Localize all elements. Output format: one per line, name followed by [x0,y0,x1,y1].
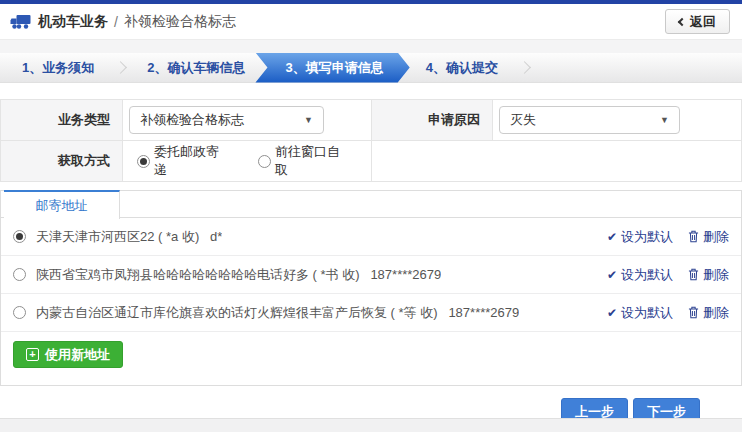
radio-label: 前往窗口自取 [275,143,343,179]
business-type-label: 业务类型 [1,100,123,141]
radio-checked-icon[interactable] [13,230,26,243]
radio-unchecked-icon[interactable] [13,268,26,281]
business-type-cell: 补领检验合格标志 ▼ [123,100,372,141]
breadcrumb-page-title: 补领检验合格标志 [124,13,236,31]
address-tab-row: 邮寄地址 [1,190,741,218]
address-text: 陕西省宝鸡市凤翔县哈哈哈哈哈哈哈哈电话好多 ( *书 收) 187****267… [36,266,441,284]
back-button[interactable]: 返回 [665,9,730,34]
bottom-strip [0,418,742,432]
apply-reason-select[interactable]: 灭失 ▼ [499,106,680,134]
radio-unchecked-icon [258,155,271,168]
new-address-row: + 使用新地址 [1,332,741,385]
chevron-down-icon: ▼ [304,115,313,125]
chevron-left-icon [678,17,686,25]
address-actions: ✔ 设为默认 删除 [607,228,729,246]
set-default-label: 设为默认 [621,228,673,246]
delete-label: 删除 [703,228,729,246]
address-text: 内蒙古自治区通辽市库伦旗喜欢的话灯火辉煌很丰富产后恢复 ( *等 收) 187*… [36,304,519,322]
steps-bar: 1、业务须知 2、确认车辆信息 3、填写申请信息 4、确认提交 [0,53,742,83]
delete-label: 删除 [703,304,729,322]
delete-link[interactable]: 删除 [688,228,729,246]
tab-mailing-address[interactable]: 邮寄地址 [4,190,120,219]
address-actions: ✔ 设为默认 删除 [607,266,729,284]
use-new-address-button[interactable]: + 使用新地址 [13,341,123,368]
plus-icon: + [26,348,39,361]
set-default-label: 设为默认 [621,304,673,322]
radio-checked-icon [137,155,150,168]
step-4-confirm-submit[interactable]: 4、确认提交 [406,53,518,83]
chevron-down-icon: ▼ [660,115,669,125]
address-row-1[interactable]: 天津天津市河西区22 ( *a 收) d* ✔ 设为默认 删除 [1,218,741,256]
trash-icon [688,306,699,319]
back-button-label: 返回 [690,13,716,31]
check-icon: ✔ [607,268,617,282]
check-icon: ✔ [607,306,617,320]
address-row-3[interactable]: 内蒙古自治区通辽市库伦旗喜欢的话灯火辉煌很丰富产后恢复 ( *等 收) 187*… [1,294,741,332]
radio-label: 委托邮政寄递 [154,143,222,179]
radio-window-pickup[interactable]: 前往窗口自取 [258,143,343,179]
apply-reason-label: 申请原因 [372,100,493,141]
business-type-select[interactable]: 补领检验合格标志 ▼ [129,106,324,134]
business-type-value: 补领检验合格标志 [140,111,244,129]
address-actions: ✔ 设为默认 删除 [607,304,729,322]
check-icon: ✔ [607,230,617,244]
radio-postal-delivery[interactable]: 委托邮政寄递 [137,143,222,179]
set-default-link[interactable]: ✔ 设为默认 [607,304,673,322]
set-default-label: 设为默认 [621,266,673,284]
chevron-separator-icon [114,61,127,74]
steps-strip: 1、业务须知 2、确认车辆信息 3、填写申请信息 4、确认提交 [0,40,742,83]
step-1-notice[interactable]: 1、业务须知 [2,53,114,83]
tab-label: 邮寄地址 [36,198,88,213]
apply-reason-cell: 灭失 ▼ [493,100,742,141]
step-2-vehicle-info[interactable]: 2、确认车辆信息 [127,53,265,83]
obtain-method-label: 获取方式 [1,141,123,182]
step-3-application-info[interactable]: 3、填写申请信息 [255,53,409,83]
set-default-link[interactable]: ✔ 设为默认 [607,266,673,284]
delete-link[interactable]: 删除 [688,266,729,284]
step-label: 4、确认提交 [426,60,498,75]
mailing-address-section: 邮寄地址 天津天津市河西区22 ( *a 收) d* ✔ 设为默认 删除 陕西省… [0,190,742,386]
breadcrumb-section: 机动车业务 [38,13,108,31]
use-new-address-label: 使用新地址 [45,346,110,364]
step-label: 1、业务须知 [22,60,94,75]
address-text: 天津天津市河西区22 ( *a 收) d* [36,228,222,246]
step-label: 3、填写申请信息 [285,60,383,75]
delete-link[interactable]: 删除 [688,304,729,322]
delete-label: 删除 [703,266,729,284]
breadcrumb-separator: / [114,14,118,30]
obtain-method-cell: 委托邮政寄递 前往窗口自取 [123,141,372,182]
empty-cell [372,141,742,182]
truck-icon [10,14,31,30]
application-form: 业务类型 补领检验合格标志 ▼ 申请原因 灭失 ▼ 获取方式 委托邮政寄递 前往… [0,99,742,182]
set-default-link[interactable]: ✔ 设为默认 [607,228,673,246]
chevron-separator-icon [518,61,531,74]
trash-icon [688,230,699,243]
apply-reason-value: 灭失 [510,111,536,129]
address-row-2[interactable]: 陕西省宝鸡市凤翔县哈哈哈哈哈哈哈哈电话好多 ( *书 收) 187****267… [1,256,741,294]
radio-unchecked-icon[interactable] [13,306,26,319]
step-label: 2、确认车辆信息 [147,60,245,75]
page-header: 机动车业务 / 补领检验合格标志 返回 [0,4,742,40]
trash-icon [688,268,699,281]
